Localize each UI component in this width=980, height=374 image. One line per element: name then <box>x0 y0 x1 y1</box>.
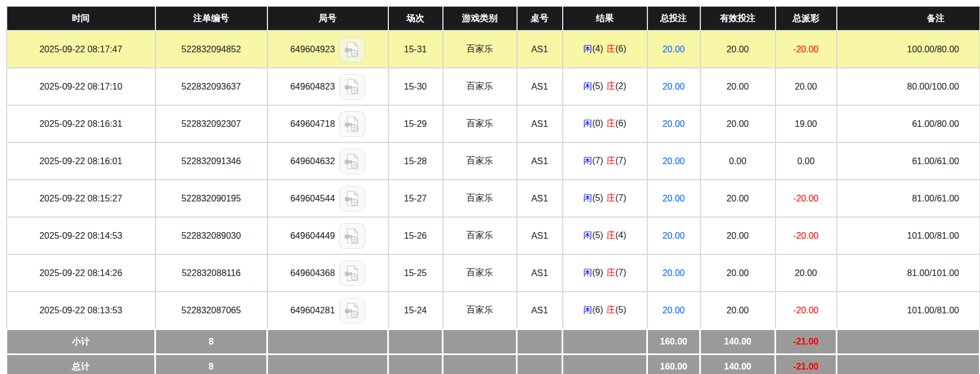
game-type-value: 百家乐 <box>466 305 493 314</box>
cell-total-payout: -20.00 <box>776 217 837 254</box>
video-replay-button[interactable] <box>339 37 365 62</box>
video-replay-button[interactable] <box>339 223 365 249</box>
cell-table-no: AS1 <box>517 254 563 292</box>
cell-table-no: AS1 <box>517 292 563 329</box>
result-player-label: 闲 <box>583 156 592 165</box>
result-player-label: 闲 <box>583 268 592 277</box>
session-value: 15-29 <box>404 119 427 129</box>
total-bet-link[interactable]: 20.00 <box>662 306 685 315</box>
table-row[interactable]: 2025-09-22 08:16:31 522832092307 6496047… <box>7 105 980 142</box>
video-file-icon <box>344 265 360 282</box>
video-file-icon <box>344 228 360 244</box>
round-no-group: 649604449 <box>269 223 387 249</box>
cell-session: 15-26 <box>388 217 443 254</box>
result-banker-points: (7) <box>616 156 627 165</box>
subtotal-row: 小计 8 160.00 140.00 -21.00 <box>7 329 980 355</box>
total-payout-value: -20.00 <box>793 194 818 203</box>
cell-round-no: 649604823 <box>267 68 388 105</box>
result-banker-points: (4) <box>616 230 627 240</box>
cell-valid-bet: 20.00 <box>700 217 776 254</box>
video-replay-button[interactable] <box>339 186 365 211</box>
video-replay-button[interactable] <box>339 74 365 100</box>
bet-id-value: 522832092307 <box>182 119 241 129</box>
cell-result: 闲(7)庄(7) <box>563 142 647 180</box>
result-player-label: 闲 <box>583 305 592 314</box>
column-header-result: 结果 <box>563 6 647 31</box>
table-row[interactable]: 2025-09-22 08:17:10 522832093637 6496048… <box>7 68 980 105</box>
table-no-value: AS1 <box>531 268 548 278</box>
cell-total-payout: 20.00 <box>776 254 837 292</box>
table-row[interactable]: 2025-09-22 08:14:26 522832088116 6496043… <box>7 254 980 292</box>
cell-game-type: 百家乐 <box>443 180 517 217</box>
cell-time: 2025-09-22 08:16:01 <box>7 142 155 180</box>
cell-session: 15-30 <box>388 68 443 105</box>
total-bet-link[interactable]: 20.00 <box>662 231 685 240</box>
remark-value: 81.00/61.00 <box>912 194 959 203</box>
video-file-icon <box>344 153 360 170</box>
table-body: 2025-09-22 08:17:47 522832094852 6496049… <box>7 31 980 329</box>
valid-bet-value: 20.00 <box>727 119 749 129</box>
cell-time: 2025-09-22 08:14:26 <box>7 254 155 292</box>
cell-remark: 80.00/100.00 <box>837 68 980 105</box>
total-bet-link[interactable]: 20.00 <box>662 119 685 129</box>
cell-valid-bet: 20.00 <box>700 31 776 68</box>
table-row[interactable]: 2025-09-22 08:13:53 522832087065 6496042… <box>7 292 980 329</box>
round-no-value: 649604718 <box>290 119 335 129</box>
game-type-value: 百家乐 <box>466 119 493 128</box>
total-bet-link[interactable]: 20.00 <box>662 268 685 278</box>
total-bet-link[interactable]: 20.00 <box>662 156 685 166</box>
result-player-points: (6) <box>592 305 603 314</box>
video-file-icon <box>344 78 360 95</box>
cell-remark: 81.00/101.00 <box>837 254 980 292</box>
grand-total-row: 总计 8 160.00 140.00 -21.00 <box>7 355 980 374</box>
cell-table-no: AS1 <box>517 142 563 180</box>
result-banker-points: (7) <box>616 268 627 277</box>
total-bet-link[interactable]: 20.00 <box>662 82 685 91</box>
time-value: 2025-09-22 08:16:01 <box>40 156 123 166</box>
cell-bet-id: 522832091346 <box>155 142 267 180</box>
cell-valid-bet: 20.00 <box>700 292 776 329</box>
cell-remark: 61.00/80.00 <box>837 105 980 142</box>
empty-cell <box>837 329 980 355</box>
cell-total-bet: 20.00 <box>647 142 700 180</box>
table-row[interactable]: 2025-09-22 08:16:01 522832091346 6496046… <box>7 142 980 180</box>
time-value: 2025-09-22 08:14:53 <box>40 231 123 240</box>
video-replay-button[interactable] <box>339 149 365 174</box>
result-banker-points: (2) <box>616 81 627 91</box>
table-row[interactable]: 2025-09-22 08:14:53 522832089030 6496044… <box>7 217 980 254</box>
time-value: 2025-09-22 08:14:26 <box>40 268 123 278</box>
video-replay-button[interactable] <box>339 298 365 323</box>
header-row: 时间 注单编号 局号 场次 游戏类别 桌号 结果 总投注 有效投注 总派彩 备注 <box>7 6 980 31</box>
table-no-value: AS1 <box>531 306 548 315</box>
total-bet-link[interactable]: 20.00 <box>662 45 685 54</box>
table-row[interactable]: 2025-09-22 08:17:47 522832094852 6496049… <box>7 31 980 68</box>
game-type-value: 百家乐 <box>466 268 493 277</box>
game-type-value: 百家乐 <box>466 81 493 91</box>
video-replay-button[interactable] <box>339 111 365 137</box>
cell-bet-id: 522832089030 <box>155 217 267 254</box>
column-header-round-no: 局号 <box>267 6 388 31</box>
bet-id-value: 522832093637 <box>182 82 241 91</box>
video-replay-button[interactable] <box>339 260 365 286</box>
empty-cell <box>563 355 647 374</box>
cell-table-no: AS1 <box>517 217 563 254</box>
cell-bet-id: 522832094852 <box>155 31 267 68</box>
valid-bet-value: 20.00 <box>727 231 749 240</box>
cell-result: 闲(9)庄(7) <box>563 254 647 292</box>
round-no-value: 649604632 <box>290 156 335 166</box>
round-no-value: 649604449 <box>290 231 335 241</box>
table-row[interactable]: 2025-09-22 08:15:27 522832090195 6496045… <box>7 180 980 217</box>
empty-cell <box>563 329 647 355</box>
cell-game-type: 百家乐 <box>443 68 517 105</box>
video-file-icon <box>344 190 360 207</box>
time-value: 2025-09-22 08:15:27 <box>40 194 123 203</box>
total-payout-value: -20.00 <box>793 45 818 54</box>
cell-game-type: 百家乐 <box>443 31 517 68</box>
table-summary: 小计 8 160.00 140.00 -21.00 总计 8 <box>7 329 980 374</box>
total-bet-link[interactable]: 20.00 <box>662 194 685 203</box>
round-no-value: 649604923 <box>290 45 335 55</box>
time-value: 2025-09-22 08:17:10 <box>40 82 123 91</box>
result-player-label: 闲 <box>583 230 592 240</box>
cell-table-no: AS1 <box>517 105 563 142</box>
cell-round-no: 649604718 <box>267 105 388 142</box>
